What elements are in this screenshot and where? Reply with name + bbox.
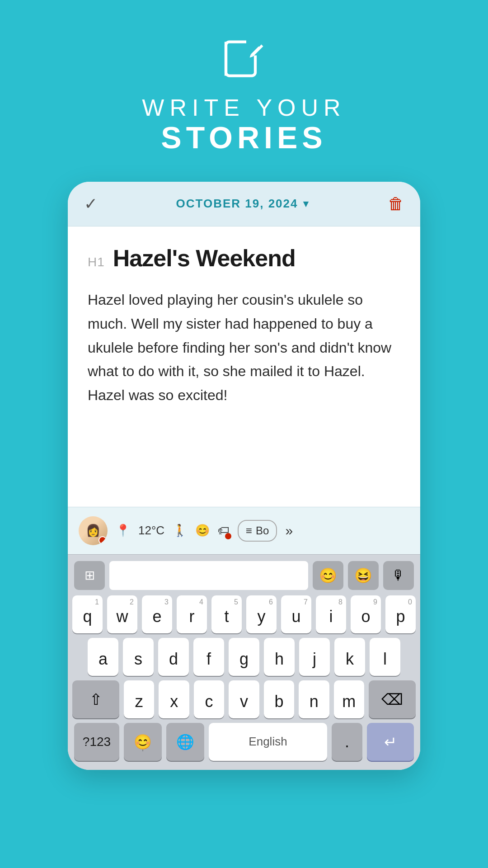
- key-v[interactable]: v: [229, 680, 259, 718]
- period-button[interactable]: .: [332, 723, 362, 761]
- format-toolbar: 👩 📍 12°C 🚶 😊 🏷 ≡ Bo »: [68, 507, 420, 554]
- keyboard-search-bar[interactable]: [109, 561, 308, 590]
- key-q[interactable]: 1 q: [72, 595, 103, 633]
- title-row: H1 Hazel's Weekend: [88, 245, 400, 272]
- date-text: OCTOBER 19, 2024: [176, 197, 298, 211]
- laugh-emoji-icon: 😆: [354, 567, 372, 584]
- location-button[interactable]: 📍: [116, 524, 130, 538]
- header-section: WRITE YOUR STORIES: [142, 36, 346, 155]
- key-h[interactable]: h: [264, 638, 295, 676]
- h1-label: H1: [88, 255, 105, 269]
- key-n[interactable]: n: [299, 680, 329, 718]
- edit-icon: [221, 36, 267, 81]
- grid-icon: ⊞: [84, 568, 95, 583]
- key-w[interactable]: 2 w: [107, 595, 137, 633]
- key-y[interactable]: 6 y: [246, 595, 277, 633]
- emoji-comma: ,: [142, 745, 144, 752]
- delete-key-icon: ⌫: [381, 690, 403, 708]
- key-e[interactable]: 3 e: [142, 595, 172, 633]
- key-x[interactable]: x: [159, 680, 189, 718]
- key-g[interactable]: g: [229, 638, 259, 676]
- key-d[interactable]: d: [158, 638, 189, 676]
- avatar-button[interactable]: 👩: [79, 516, 108, 545]
- key-l[interactable]: l: [370, 638, 400, 676]
- book-button[interactable]: ≡ Bo: [238, 520, 277, 542]
- keyboard-bottom-row: ?123 😊 , 🌐 English . ↵: [72, 723, 416, 761]
- keyboard-row-3: ⇧ z x c v b n m ⌫: [72, 680, 416, 718]
- key-s[interactable]: s: [123, 638, 154, 676]
- stories-label: STORIES: [161, 121, 327, 155]
- key-o[interactable]: 9 o: [351, 595, 381, 633]
- smile-emoji-icon: 😊: [319, 567, 337, 584]
- book-lines-icon: ≡: [246, 524, 252, 537]
- tag-button[interactable]: 🏷: [218, 524, 230, 538]
- key-b[interactable]: b: [264, 680, 294, 718]
- shift-button[interactable]: ⇧: [72, 680, 119, 718]
- emoji-icon: 😊: [195, 524, 210, 538]
- phone-card: ✓ OCTOBER 19, 2024 ▾ 🗑 H1 Hazel's Weeken…: [68, 182, 420, 770]
- key-r[interactable]: 4 r: [177, 595, 207, 633]
- mic-icon: 🎙: [392, 568, 405, 583]
- story-body[interactable]: Hazel loved playing her cousin's ukulele…: [88, 288, 400, 407]
- note-toolbar: ✓ OCTOBER 19, 2024 ▾ 🗑: [68, 182, 420, 226]
- globe-button[interactable]: 🌐: [166, 723, 204, 761]
- key-c[interactable]: c: [194, 680, 224, 718]
- key-u[interactable]: 7 u: [281, 595, 311, 633]
- return-button[interactable]: ↵: [367, 723, 414, 761]
- globe-icon: 🌐: [176, 733, 194, 750]
- delete-button[interactable]: 🗑: [388, 194, 404, 213]
- key-j[interactable]: j: [299, 638, 330, 676]
- person-button[interactable]: 🚶: [173, 524, 187, 538]
- key-z[interactable]: z: [124, 680, 154, 718]
- space-button[interactable]: English: [209, 723, 327, 761]
- numeric-button[interactable]: ?123: [74, 723, 119, 761]
- story-title[interactable]: Hazel's Weekend: [113, 245, 296, 272]
- key-p[interactable]: 0 p: [385, 595, 416, 633]
- key-f[interactable]: f: [193, 638, 224, 676]
- tag-notification-dot: [225, 533, 231, 539]
- book-label: Bo: [256, 524, 269, 537]
- emoji-button[interactable]: 😊: [195, 524, 210, 538]
- keyboard-row-2: a s d f g h j k l: [72, 638, 416, 676]
- avatar-notification-dot: [99, 536, 107, 544]
- shift-icon: ⇧: [89, 690, 102, 708]
- key-k[interactable]: k: [334, 638, 365, 676]
- keyboard-top-row: ⊞ 😊 😆 🎙: [72, 561, 416, 590]
- delete-key-button[interactable]: ⌫: [369, 680, 416, 718]
- keyboard-smile-emoji[interactable]: 😊: [313, 561, 343, 590]
- key-a[interactable]: a: [88, 638, 118, 676]
- keyboard-laugh-emoji[interactable]: 😆: [348, 561, 379, 590]
- chevron-down-icon: ▾: [303, 198, 309, 210]
- key-m[interactable]: m: [334, 680, 364, 718]
- emoji-face-button[interactable]: 😊 ,: [124, 723, 162, 761]
- more-button[interactable]: »: [285, 523, 293, 538]
- key-t[interactable]: 5 t: [211, 595, 242, 633]
- check-button[interactable]: ✓: [84, 194, 98, 213]
- temperature-button[interactable]: 12°C: [138, 524, 164, 538]
- write-label: WRITE YOUR: [142, 95, 346, 121]
- person-icon: 🚶: [173, 524, 187, 538]
- keyboard: ⊞ 😊 😆 🎙 1 q 2 w 3: [68, 554, 420, 770]
- keyboard-row-1: 1 q 2 w 3 e 4 r 5 t 6 y: [72, 595, 416, 633]
- location-icon: 📍: [116, 524, 130, 538]
- key-i[interactable]: 8 i: [316, 595, 346, 633]
- date-selector[interactable]: OCTOBER 19, 2024 ▾: [176, 197, 310, 211]
- keyboard-mic-button[interactable]: 🎙: [383, 561, 414, 590]
- keyboard-grid-button[interactable]: ⊞: [74, 561, 105, 590]
- story-content: H1 Hazel's Weekend Hazel loved playing h…: [68, 226, 420, 507]
